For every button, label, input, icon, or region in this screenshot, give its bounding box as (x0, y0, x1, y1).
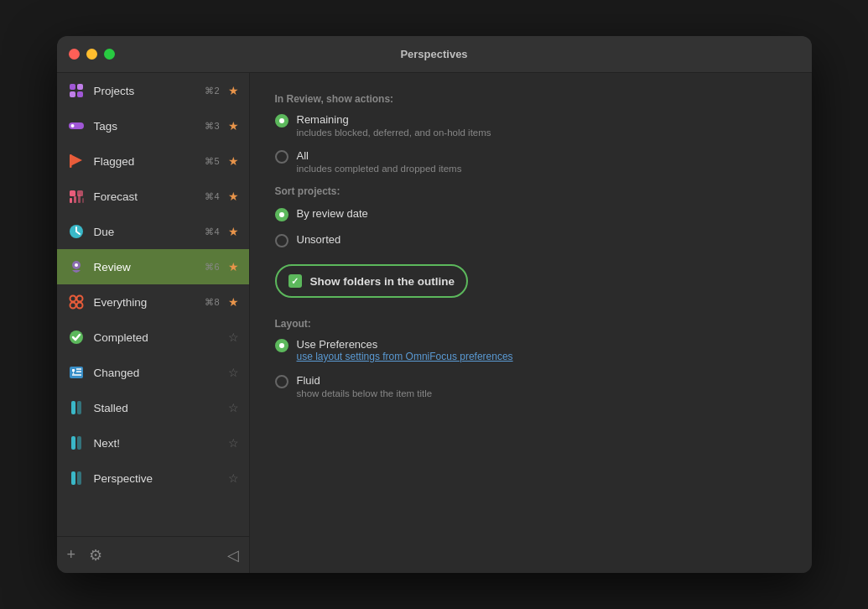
forecast-icon (67, 187, 86, 206)
projects-icon (67, 81, 86, 100)
stalled-icon (67, 398, 86, 417)
use-preferences-option[interactable]: Use Preferences use layout settings from… (275, 338, 787, 362)
by-review-date-label: By review date (297, 207, 368, 220)
changed-star: ☆ (228, 366, 239, 379)
main-content: Projects ⌘2 ★ Tags ⌘3 ★ (57, 73, 812, 573)
sidebar-item-changed[interactable]: 1 Changed ☆ (57, 355, 249, 390)
fluid-label: Fluid (297, 374, 433, 387)
sidebar-item-completed[interactable]: Completed ☆ (57, 320, 249, 355)
due-label: Due (94, 226, 197, 238)
sidebar-item-everything[interactable]: Everything ⌘8 ★ (57, 284, 249, 320)
svg-point-16 (75, 263, 78, 267)
tags-star: ★ (228, 119, 239, 133)
svg-rect-31 (77, 436, 81, 450)
svg-rect-13 (82, 198, 84, 203)
completed-icon (67, 328, 86, 346)
svg-point-17 (70, 296, 75, 302)
by-review-date-radio[interactable] (275, 208, 288, 221)
changed-label: Changed (94, 367, 220, 379)
sort-section-label: Sort projects: (275, 185, 787, 197)
svg-rect-2 (70, 91, 75, 97)
svg-rect-8 (70, 190, 75, 196)
svg-rect-12 (78, 195, 81, 203)
stalled-star: ☆ (228, 401, 239, 414)
use-preferences-radio[interactable] (275, 339, 288, 352)
sidebar-item-tags[interactable]: Tags ⌘3 ★ (57, 108, 249, 143)
sidebar-item-stalled[interactable]: Stalled ☆ (57, 390, 249, 425)
svg-rect-32 (71, 471, 75, 485)
flagged-icon (67, 152, 86, 170)
add-perspective-button[interactable]: + (67, 546, 76, 564)
remaining-label: Remaining (297, 113, 491, 126)
stalled-label: Stalled (94, 402, 220, 414)
remaining-option[interactable]: Remaining includes blocked, deferred, an… (275, 113, 787, 138)
forecast-shortcut: ⌘4 (205, 191, 219, 202)
window-title: Perspectives (400, 48, 467, 60)
sidebar: Projects ⌘2 ★ Tags ⌘3 ★ (57, 73, 250, 573)
fluid-radio[interactable] (275, 375, 288, 388)
detail-pane: In Review, show actions: Remaining inclu… (250, 73, 812, 573)
svg-text:1: 1 (72, 370, 75, 375)
everything-label: Everything (94, 296, 197, 309)
flagged-star: ★ (228, 154, 239, 168)
perspective-star: ☆ (228, 471, 239, 485)
everything-icon (67, 293, 86, 311)
sidebar-item-flagged[interactable]: Flagged ⌘5 ★ (57, 143, 249, 179)
projects-label: Projects (94, 85, 197, 97)
sidebar-item-perspective[interactable]: Perspective ☆ (57, 461, 249, 496)
svg-rect-28 (71, 401, 75, 414)
collapse-button[interactable]: ◁ (227, 546, 239, 565)
svg-rect-0 (70, 84, 75, 90)
close-button[interactable] (69, 49, 80, 60)
tags-icon (67, 117, 86, 135)
by-review-date-option[interactable]: By review date (275, 207, 787, 221)
all-radio[interactable] (275, 150, 288, 164)
svg-rect-1 (77, 84, 83, 90)
projects-shortcut: ⌘2 (205, 86, 219, 96)
unsorted-option[interactable]: Unsorted (275, 233, 787, 247)
use-preferences-link[interactable]: use layout settings from OmniFocus prefe… (297, 351, 513, 362)
remaining-radio[interactable] (275, 114, 288, 128)
fullscreen-button[interactable] (104, 49, 115, 60)
sidebar-item-next[interactable]: Next! ☆ (57, 425, 249, 461)
review-shortcut: ⌘6 (205, 262, 219, 273)
all-option[interactable]: All includes completed and dropped items (275, 149, 787, 174)
minimize-button[interactable] (86, 49, 97, 60)
sidebar-item-forecast[interactable]: Forecast ⌘4 ★ (57, 179, 249, 214)
forecast-star: ★ (228, 190, 239, 203)
review-icon (67, 258, 86, 276)
all-label: All (297, 149, 462, 162)
show-folders-checkbox-row[interactable]: ✓ Show folders in the outline (275, 264, 469, 298)
due-star: ★ (228, 225, 239, 238)
unsorted-label: Unsorted (297, 233, 341, 246)
svg-rect-3 (77, 91, 83, 97)
sidebar-item-review[interactable]: Review ⌘6 ★ (57, 249, 249, 284)
tags-shortcut: ⌘3 (205, 121, 219, 132)
layout-section-label: Layout: (275, 318, 787, 330)
use-preferences-label: Use Preferences (297, 338, 513, 351)
show-folders-checkbox[interactable]: ✓ (288, 274, 302, 288)
settings-button[interactable]: ⚙ (89, 546, 102, 565)
checkmark-icon: ✓ (291, 276, 299, 287)
remaining-sublabel: includes blocked, deferred, and on-hold … (297, 128, 491, 138)
unsorted-radio[interactable] (275, 234, 288, 247)
svg-rect-11 (74, 196, 76, 203)
svg-point-19 (70, 303, 75, 309)
next-icon (67, 434, 86, 452)
sidebar-item-due[interactable]: Due ⌘4 ★ (57, 214, 249, 249)
titlebar: Perspectives (57, 36, 812, 73)
perspective-label: Perspective (94, 472, 220, 485)
next-label: Next! (94, 437, 220, 450)
flagged-label: Flagged (94, 155, 197, 168)
changed-icon: 1 (67, 363, 86, 382)
projects-star: ★ (228, 84, 239, 97)
tags-label: Tags (94, 120, 197, 133)
sidebar-item-projects[interactable]: Projects ⌘2 ★ (57, 73, 249, 108)
traffic-lights (69, 49, 115, 60)
svg-rect-7 (70, 154, 72, 168)
due-shortcut: ⌘4 (205, 226, 219, 237)
everything-star: ★ (228, 295, 239, 309)
fluid-option[interactable]: Fluid show details below the item title (275, 374, 787, 398)
everything-shortcut: ⌘8 (205, 297, 219, 308)
app-window: Perspectives Projects ⌘2 ★ (57, 36, 812, 573)
